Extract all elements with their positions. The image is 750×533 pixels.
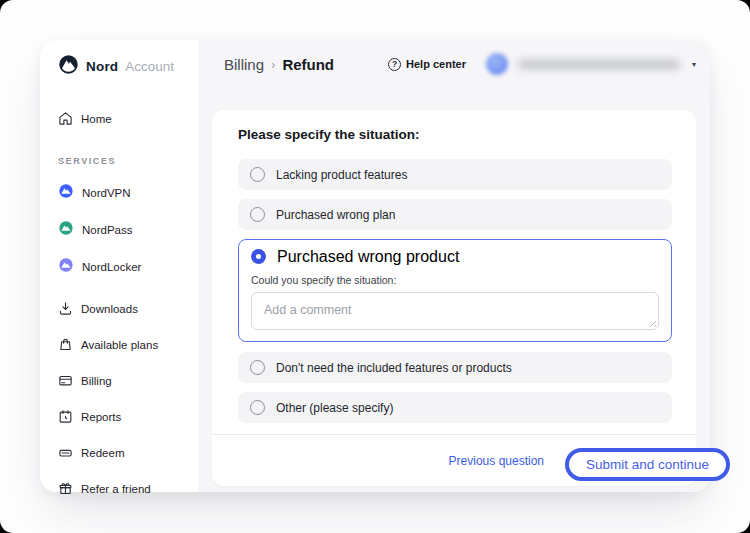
sidebar-item-label: Reports bbox=[81, 411, 121, 423]
help-center-button[interactable]: ? Help center bbox=[388, 58, 466, 71]
services-section-label: SERVICES bbox=[58, 156, 188, 166]
previous-question-link[interactable]: Previous question bbox=[449, 454, 544, 468]
comment-textarea[interactable] bbox=[251, 292, 659, 330]
credit-card-icon bbox=[58, 373, 73, 388]
nordvpn-icon bbox=[58, 183, 74, 203]
sidebar-item-label: NordVPN bbox=[82, 187, 131, 199]
coupon-icon bbox=[58, 445, 73, 460]
reports-icon bbox=[58, 409, 73, 424]
option-label: Other (please specify) bbox=[276, 401, 393, 415]
nordpass-icon bbox=[58, 220, 74, 240]
comment-box bbox=[251, 292, 659, 330]
brand-suffix: Account bbox=[125, 59, 174, 74]
sidebar-item-nordlocker[interactable]: NordLocker bbox=[58, 257, 188, 277]
sidebar-item-label: Refer a friend bbox=[81, 483, 151, 495]
option-label: Don't need the included features or prod… bbox=[276, 361, 512, 375]
sidebar-item-reports[interactable]: Reports bbox=[58, 409, 188, 424]
radio-icon[interactable] bbox=[250, 167, 265, 182]
radio-icon[interactable] bbox=[250, 400, 265, 415]
sidebar-item-nordpass[interactable]: NordPass bbox=[58, 220, 188, 240]
sidebar-item-label: Redeem bbox=[81, 447, 124, 459]
nord-logo-icon bbox=[58, 54, 79, 79]
sidebar: Nord Account Home SERVICES bbox=[40, 40, 198, 492]
radio-option-purchased-wrong-plan[interactable]: Purchased wrong plan bbox=[238, 199, 672, 230]
nordlocker-icon bbox=[58, 257, 74, 277]
radio-icon[interactable] bbox=[250, 207, 265, 222]
question-mark-icon: ? bbox=[388, 58, 401, 71]
radio-option-dont-need-features[interactable]: Don't need the included features or prod… bbox=[238, 352, 672, 383]
sidebar-item-label: Downloads bbox=[81, 303, 138, 315]
sidebar-item-nordvpn[interactable]: NordVPN bbox=[58, 183, 188, 203]
radio-option-purchased-wrong-product-selected: Purchased wrong product Could you specif… bbox=[238, 239, 672, 342]
breadcrumb-refund: Refund bbox=[282, 56, 334, 73]
avatar bbox=[486, 53, 508, 75]
sidebar-item-available-plans[interactable]: Available plans bbox=[58, 337, 188, 352]
option-label: Purchased wrong plan bbox=[276, 208, 395, 222]
sidebar-item-redeem[interactable]: Redeem bbox=[58, 445, 188, 460]
shopping-bag-icon bbox=[58, 337, 73, 352]
top-bar: Billing › Refund ? Help center ▾ bbox=[198, 40, 710, 75]
refund-survey-card: Please specify the situation: Lacking pr… bbox=[212, 110, 696, 486]
home-icon bbox=[58, 111, 73, 126]
selected-option-header[interactable]: Purchased wrong product bbox=[251, 240, 659, 273]
main-area: Billing › Refund ? Help center ▾ Please … bbox=[198, 40, 710, 492]
account-menu[interactable]: ▾ bbox=[486, 53, 696, 75]
sidebar-item-label: Billing bbox=[81, 375, 112, 387]
submit-and-continue-button[interactable]: Submit and continue bbox=[565, 448, 730, 481]
chevron-down-icon: ▾ bbox=[692, 60, 696, 69]
sidebar-item-downloads[interactable]: Downloads bbox=[58, 301, 188, 316]
breadcrumb-billing[interactable]: Billing bbox=[224, 56, 264, 73]
download-icon bbox=[58, 301, 73, 316]
comment-prompt-label: Could you specify the situation: bbox=[251, 274, 659, 286]
page-background: Nord Account Home SERVICES bbox=[0, 0, 750, 533]
radio-option-lacking-product-features[interactable]: Lacking product features bbox=[238, 159, 672, 190]
sidebar-item-label: Home bbox=[81, 113, 112, 125]
sidebar-item-home[interactable]: Home bbox=[58, 111, 188, 126]
sidebar-item-billing[interactable]: Billing bbox=[58, 373, 188, 388]
utility-list: Downloads Available plans Billing bbox=[58, 301, 188, 496]
radio-icon[interactable] bbox=[250, 360, 265, 375]
brand-logo: Nord Account bbox=[58, 54, 188, 79]
question-title: Please specify the situation: bbox=[238, 127, 672, 142]
gift-icon bbox=[58, 481, 73, 496]
option-label: Lacking product features bbox=[276, 168, 407, 182]
brand-name: Nord bbox=[86, 59, 118, 74]
radio-option-other[interactable]: Other (please specify) bbox=[238, 392, 672, 423]
sidebar-item-label: NordLocker bbox=[82, 261, 141, 273]
nord-account-window: Nord Account Home SERVICES bbox=[40, 40, 710, 492]
services-list: NordVPN NordPass bbox=[58, 183, 188, 277]
sidebar-item-label: Available plans bbox=[81, 339, 158, 351]
blurred-account-email bbox=[518, 60, 680, 69]
sidebar-item-refer-a-friend[interactable]: Refer a friend bbox=[58, 481, 188, 496]
sidebar-item-label: NordPass bbox=[82, 224, 133, 236]
help-center-label: Help center bbox=[406, 58, 466, 70]
breadcrumb-separator-icon: › bbox=[271, 57, 275, 72]
radio-checked-icon[interactable] bbox=[251, 249, 266, 264]
option-label: Purchased wrong product bbox=[277, 248, 459, 266]
